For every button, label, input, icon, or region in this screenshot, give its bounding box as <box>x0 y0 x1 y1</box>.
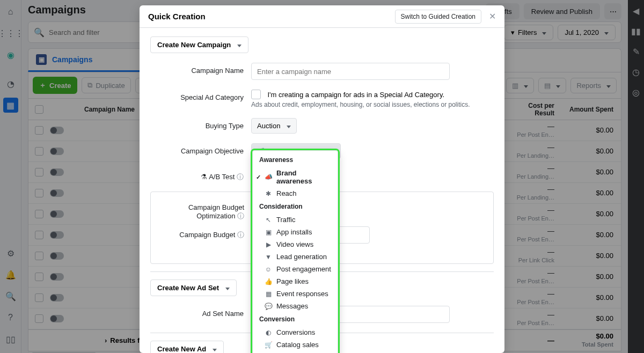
label-abtest: ⚗ A/B Test ⓘ <box>150 168 251 182</box>
close-icon[interactable]: ✕ <box>489 11 496 21</box>
special-category-help: Ads about credit, employment, housing, o… <box>251 101 494 108</box>
option-icon: ▦ <box>265 290 272 298</box>
objective-option[interactable]: ↖Traffic <box>253 214 338 226</box>
flask-icon: ⚗ <box>201 173 207 181</box>
objective-options-panel: Awareness📣Brand awareness✱ReachConsidera… <box>252 150 338 353</box>
option-icon: ▶ <box>265 241 272 248</box>
objective-option[interactable]: ▶Video views <box>253 238 338 251</box>
option-icon: ☺ <box>265 266 272 273</box>
create-ad-dropdown[interactable]: Create New Ad <box>150 341 224 353</box>
switch-to-guided-button[interactable]: Switch to Guided Creation <box>395 10 481 24</box>
info-icon[interactable]: ⓘ <box>237 231 244 239</box>
objective-option[interactable]: ⌂Store traffic <box>253 351 338 353</box>
objective-option[interactable]: ☺Post engagement <box>253 263 338 275</box>
label-special-category: Special Ad Category <box>150 90 251 101</box>
label-cbo: Campaign Budget Optimization ⓘ <box>158 200 252 221</box>
info-icon[interactable]: ⓘ <box>237 173 244 181</box>
objective-option[interactable]: 🛒Catalog sales <box>253 339 338 351</box>
objective-option[interactable]: ▦Event responses <box>253 288 338 300</box>
option-icon: ↖ <box>265 216 272 224</box>
special-category-checkbox[interactable] <box>251 90 261 99</box>
option-icon: 💬 <box>265 303 272 310</box>
objective-option[interactable]: 📣Brand awareness <box>253 167 338 187</box>
option-icon: 📣 <box>265 173 272 181</box>
campaign-name-input[interactable] <box>251 63 450 80</box>
label-buying-type: Buying Type <box>150 118 251 130</box>
objective-option[interactable]: ◐Conversions <box>253 326 338 339</box>
label-campaign-name: Campaign Name <box>150 63 251 75</box>
label-adset-name: Ad Set Name <box>150 306 251 318</box>
dropdown-group-label: Consideration <box>253 200 338 214</box>
create-campaign-dropdown[interactable]: Create New Campaign <box>150 36 248 53</box>
create-adset-dropdown[interactable]: Create New Ad Set <box>150 280 237 296</box>
dropdown-group-label: Awareness <box>253 153 338 167</box>
modal-title: Quick Creation <box>148 12 206 21</box>
option-icon: ◐ <box>265 329 272 336</box>
objective-option[interactable]: 💬Messages <box>253 300 338 312</box>
buying-type-dropdown[interactable]: Auction <box>251 118 297 134</box>
objective-option[interactable]: ▣App installs <box>253 226 338 238</box>
option-icon: ▣ <box>265 229 272 236</box>
dropdown-group-label: Conversion <box>253 312 338 326</box>
label-objective: Campaign Objective <box>150 143 251 155</box>
option-icon: ✱ <box>265 190 272 197</box>
objective-option[interactable]: ✱Reach <box>253 187 338 200</box>
objective-option[interactable]: 👍Page likes <box>253 275 338 288</box>
option-icon: 🛒 <box>265 341 272 349</box>
info-icon[interactable]: ⓘ <box>237 212 244 220</box>
special-category-text: I'm creating a campaign for ads in a Spe… <box>267 91 444 99</box>
option-icon: 👍 <box>265 278 272 285</box>
option-icon: ▼ <box>265 253 272 261</box>
label-campaign-budget: Campaign Budget ⓘ <box>158 226 252 240</box>
objective-option[interactable]: ▼Lead generation <box>253 251 338 263</box>
